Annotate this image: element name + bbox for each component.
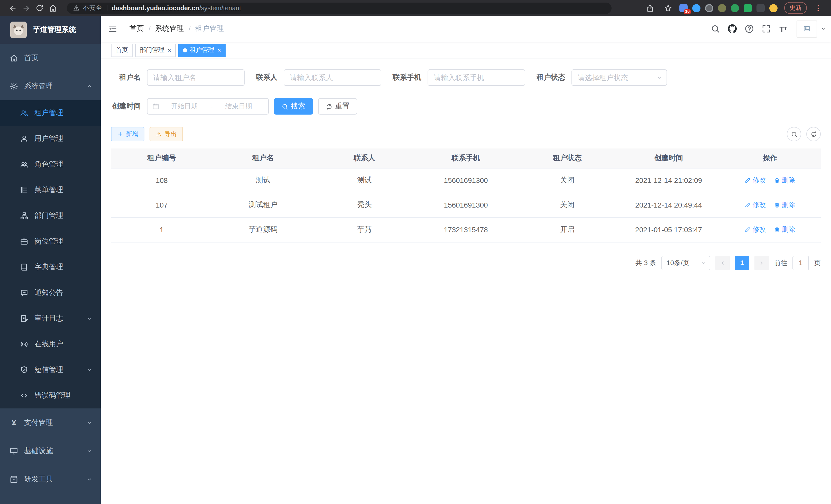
search-icon[interactable] [709, 22, 722, 35]
sidebar-item-label: 研发工具 [24, 474, 53, 484]
extension-icon[interactable]: 10 [679, 4, 688, 12]
close-icon[interactable]: × [218, 47, 221, 53]
extension-icon[interactable] [769, 4, 778, 12]
status-label: 租户状态 [537, 73, 571, 82]
sidebar-item-label: 基础设施 [24, 446, 53, 455]
breadcrumb: 首页 / 系统管理 / 租户管理 [130, 24, 224, 33]
sidebar-item-home[interactable]: 首页 [0, 44, 101, 72]
shield-icon [20, 366, 28, 374]
date-range-picker[interactable]: 开始日期 - 结束日期 [147, 98, 269, 115]
prev-page-button[interactable] [715, 256, 730, 270]
status-select-input[interactable] [571, 69, 667, 86]
start-date-placeholder[interactable]: 开始日期 [159, 102, 209, 111]
close-icon[interactable]: × [168, 47, 171, 53]
extension-icon[interactable] [756, 4, 765, 12]
tenant-name-input[interactable] [147, 69, 245, 86]
sidebar-item-online-user[interactable]: 在线用户 [0, 331, 101, 357]
page-unit-label: 页 [814, 258, 821, 267]
warning-icon [73, 5, 80, 11]
sidebar-toggle-icon[interactable] [101, 24, 124, 33]
cell-tenant-name: 芋道源码 [212, 217, 314, 242]
page-size-select[interactable]: 10条/页 [661, 256, 710, 270]
extension-icon[interactable] [692, 4, 700, 12]
sidebar-item-audit-log[interactable]: 审计日志 [0, 306, 101, 331]
extension-icon[interactable] [744, 4, 752, 12]
extension-icon[interactable] [705, 4, 713, 12]
next-page-button[interactable] [754, 256, 769, 270]
monitor-icon [10, 447, 18, 455]
help-icon[interactable] [743, 22, 756, 35]
edit-link[interactable]: 修改 [745, 176, 766, 185]
goto-page-input[interactable] [793, 256, 809, 270]
sidebar-item-dict[interactable]: 字典管理 [0, 254, 101, 280]
refresh-table-button[interactable] [806, 127, 821, 141]
reset-button[interactable]: 重置 [318, 98, 357, 115]
cell-status: 关闭 [516, 192, 618, 217]
fullscreen-icon[interactable] [760, 22, 773, 35]
bookmark-star-icon[interactable] [661, 1, 675, 14]
status-select[interactable] [571, 69, 667, 86]
sidebar-item-system[interactable]: 系统管理 [0, 72, 101, 100]
total-count: 共 3 条 [635, 258, 656, 267]
search-icon [791, 131, 797, 138]
caret-down-icon[interactable] [821, 26, 826, 31]
sidebar-item-post[interactable]: 岗位管理 [0, 229, 101, 254]
phone-input[interactable] [428, 69, 525, 86]
log-icon [20, 315, 28, 323]
end-date-placeholder[interactable]: 结束日期 [213, 102, 264, 111]
url-host: dashboard.yudao.iocoder.cn [112, 4, 199, 11]
sidebar-item-sms[interactable]: 短信管理 [0, 357, 101, 383]
sidebar-item-menu[interactable]: 菜单管理 [0, 177, 101, 203]
export-button[interactable]: 导出 [149, 127, 183, 141]
github-icon[interactable] [726, 22, 739, 35]
logo[interactable]: 芋道管理系统 [0, 16, 101, 44]
delete-link[interactable]: 删除 [774, 225, 795, 234]
search-button[interactable]: 搜索 [274, 98, 313, 115]
font-size-icon[interactable]: TT [776, 22, 790, 35]
edit-link[interactable]: 修改 [745, 225, 766, 234]
share-icon[interactable] [643, 1, 657, 14]
avatar[interactable] [797, 20, 817, 37]
edit-link[interactable]: 修改 [745, 200, 766, 210]
cell-status: 开启 [516, 217, 618, 242]
breadcrumb-system[interactable]: 系统管理 [155, 24, 184, 33]
address-bar[interactable]: 不安全 dashboard.yudao.iocoder.cn /system/t… [67, 2, 611, 13]
sidebar-item-payment[interactable]: ¥ 支付管理 [0, 409, 101, 437]
toggle-search-button[interactable] [787, 127, 801, 141]
browser-menu-icon[interactable] [811, 1, 825, 14]
cell-contact: 测试 [314, 168, 415, 192]
delete-link[interactable]: 删除 [774, 200, 795, 210]
sidebar-item-infra[interactable]: 基础设施 [0, 437, 101, 465]
delete-link[interactable]: 删除 [774, 176, 795, 185]
chevron-up-icon [86, 83, 92, 89]
browser-reload-button[interactable] [33, 1, 46, 14]
sidebar-item-tenant[interactable]: 租户管理 [0, 100, 101, 126]
logo-avatar [10, 22, 27, 38]
contact-input[interactable] [284, 69, 381, 86]
sidebar-item-notice[interactable]: 通知公告 [0, 280, 101, 306]
sidebar-item-dept[interactable]: 部门管理 [0, 203, 101, 229]
tab-tenant[interactable]: 租户管理 × [178, 43, 226, 57]
tenant-table: 租户编号 租户名 联系人 联系手机 租户状态 创建时间 操作 108 测试 [111, 148, 821, 242]
page-number-button[interactable]: 1 [735, 256, 749, 270]
browser-forward-button[interactable] [20, 1, 33, 14]
sidebar-item-error-code[interactable]: 错误码管理 [0, 383, 101, 409]
sidebar-item-role[interactable]: 角色管理 [0, 152, 101, 177]
extension-icon[interactable] [718, 4, 726, 12]
tab-label: 首页 [116, 46, 128, 55]
tab-dept[interactable]: 部门管理 × [135, 43, 176, 57]
extension-icon[interactable] [731, 4, 739, 12]
browser-update-button[interactable]: 更新 [784, 2, 807, 14]
cell-status: 关闭 [516, 168, 618, 192]
sidebar-item-devtools[interactable]: 研发工具 [0, 465, 101, 493]
add-button[interactable]: 新增 [111, 127, 144, 141]
breadcrumb-home[interactable]: 首页 [130, 24, 144, 33]
broadcast-icon [20, 340, 28, 348]
user-icon [20, 135, 28, 143]
sidebar-item-label: 通知公告 [34, 288, 63, 297]
sidebar-item-user[interactable]: 用户管理 [0, 126, 101, 152]
browser-back-button[interactable] [6, 1, 20, 14]
tab-home[interactable]: 首页 [111, 43, 133, 57]
sidebar-item-label: 租户管理 [34, 109, 63, 118]
browser-home-button[interactable] [46, 1, 60, 14]
